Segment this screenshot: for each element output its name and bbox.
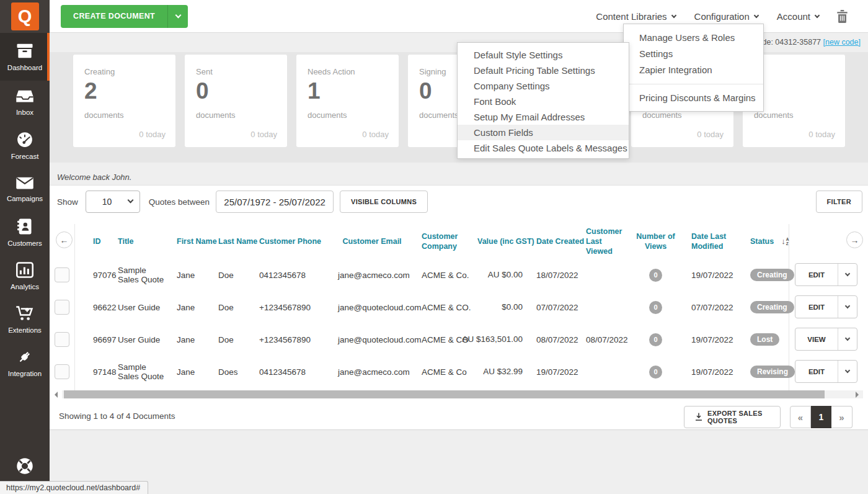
- row-action-caret[interactable]: [838, 361, 857, 382]
- row-action-button[interactable]: VIEW: [795, 328, 857, 351]
- card-unit: documents: [419, 110, 459, 120]
- chevron-down-icon: [175, 12, 181, 18]
- col-header-customer-last-viewed[interactable]: Customer Last Viewed: [586, 227, 629, 257]
- cell-date-created: 19/07/2022: [536, 367, 586, 377]
- col-header-date-last-modified[interactable]: Date Last Modified: [682, 231, 741, 252]
- sidebar-item-campaigns[interactable]: Campaigns: [0, 168, 50, 211]
- menu-item-font-book[interactable]: Font Book: [458, 94, 629, 109]
- menu-item-company-settings[interactable]: Company Settings: [458, 78, 629, 94]
- sidebar-item-extentions[interactable]: Extentions: [0, 298, 50, 341]
- row-action-caret[interactable]: [838, 328, 857, 350]
- scroll-columns-back-button[interactable]: ←: [56, 231, 73, 248]
- cell-phone: 0412345678: [259, 367, 322, 377]
- filter-button[interactable]: FILTER: [816, 191, 862, 213]
- arrow-left-icon: ←: [60, 235, 69, 245]
- row-action-label: EDIT: [795, 296, 838, 318]
- sidebar-item-forecast[interactable]: Forecast: [0, 124, 50, 168]
- sort-az-icon[interactable]: ↓ AZ: [781, 236, 789, 247]
- export-label: EXPORT SALES QUOTES: [707, 410, 769, 424]
- pagination-prev-button[interactable]: «: [790, 406, 811, 428]
- col-header-date-created[interactable]: Date Created: [536, 236, 586, 246]
- status-badge: Lost: [750, 333, 779, 346]
- inbox-icon: [16, 89, 34, 106]
- sidebar-item-analytics[interactable]: Analytics: [0, 254, 50, 298]
- pagination-next-button[interactable]: »: [831, 406, 852, 428]
- app: Q Dashboard Inbox Forecast Campaigns Cus…: [0, 0, 868, 494]
- row-action-caret[interactable]: [838, 264, 857, 285]
- menu-item-setup-my-email-addresses[interactable]: Setup My Email Addresses: [458, 109, 629, 125]
- nav-content-libraries[interactable]: Content Libraries: [596, 11, 675, 22]
- create-document-caret[interactable]: [167, 5, 188, 28]
- show-select-value: 10: [102, 197, 112, 207]
- new-code-link[interactable]: [new code]: [823, 38, 861, 47]
- menu-item-settings[interactable]: Settings: [624, 46, 763, 62]
- horizontal-scrollbar-thumb[interactable]: [64, 390, 825, 398]
- menu-item-default-style-settings[interactable]: Default Style Settings: [458, 47, 629, 63]
- card-unit: documents: [642, 110, 682, 120]
- scrollbar-left-arrow[interactable]: [55, 392, 58, 398]
- menu-item-edit-sales-quote-labels-messages[interactable]: Edit Sales Quote Labels & Messages: [458, 140, 629, 156]
- stat-card-creating[interactable]: Creating 2 documents 0 today: [73, 55, 175, 147]
- show-select[interactable]: 10: [86, 191, 140, 213]
- menu-item-pricing-discounts-margins[interactable]: Pricing Discounts & Margins: [624, 90, 763, 106]
- cell-company: ACME & Co.: [422, 271, 477, 280]
- visible-columns-button[interactable]: VISIBLE COLUMNS: [340, 191, 428, 213]
- row-action-button[interactable]: EDIT: [795, 263, 857, 286]
- date-range-input[interactable]: [216, 191, 334, 213]
- cell-customer-last-viewed: 08/07/2022: [586, 335, 629, 344]
- row-action-button[interactable]: EDIT: [795, 360, 857, 383]
- nav-configuration[interactable]: Configuration: [694, 11, 758, 22]
- logo-letter: Q: [18, 6, 32, 27]
- configuration-menu: Manage Users & Roles Settings Zapier Int…: [623, 24, 764, 112]
- col-header-customer-company[interactable]: Customer Company: [422, 231, 477, 252]
- sidebar-item-integration[interactable]: Integration: [0, 341, 50, 385]
- cell-views: 0: [629, 366, 682, 379]
- card-count: 1: [308, 78, 321, 104]
- scroll-columns-forward-button[interactable]: →: [846, 231, 863, 248]
- sidebar-item-customers[interactable]: Customers: [0, 211, 50, 254]
- menu-item-zapier-integration[interactable]: Zapier Integration: [624, 62, 763, 78]
- col-header-last-name[interactable]: Last Name: [218, 236, 259, 246]
- sidebar-item-inbox[interactable]: Inbox: [0, 81, 50, 124]
- card-count: 0: [419, 78, 432, 104]
- cell-first-name: Jane: [177, 303, 218, 312]
- row-action-caret[interactable]: [838, 296, 857, 318]
- create-document-label: CREATE DOCUMENT: [73, 12, 155, 20]
- col-header-number-of-views[interactable]: Number of Views: [629, 231, 682, 252]
- menu-item-custom-fields[interactable]: Custom Fields: [458, 125, 629, 140]
- card-unit: documents: [196, 110, 236, 120]
- row-checkbox[interactable]: [55, 300, 69, 315]
- row-checkbox[interactable]: [55, 364, 69, 379]
- documents-panel: Show 10 Quotes between VISIBLE COLUMNS F…: [50, 185, 868, 430]
- col-header-id[interactable]: ID: [93, 236, 118, 246]
- col-header-customer-phone[interactable]: Customer Phone: [259, 236, 322, 246]
- horizontal-scrollbar-track[interactable]: [62, 390, 863, 398]
- stat-card-needs-action[interactable]: Needs Action 1 documents 0 today: [296, 55, 399, 147]
- col-header-status[interactable]: Status ↓ AZ: [741, 236, 789, 247]
- col-header-value[interactable]: Value (inc GST): [477, 236, 536, 246]
- card-today: 0 today: [697, 130, 724, 139]
- col-header-customer-email[interactable]: Customer Email: [322, 236, 422, 246]
- life-ring-icon: [16, 457, 33, 477]
- col-header-title[interactable]: Title: [118, 236, 177, 246]
- stat-card-sent[interactable]: Sent 0 documents 0 today: [185, 55, 287, 147]
- trash-icon[interactable]: [836, 10, 848, 23]
- create-document-button[interactable]: CREATE DOCUMENT: [61, 5, 188, 28]
- pagination-page-1[interactable]: 1: [811, 406, 831, 428]
- nav-label: Content Libraries: [596, 11, 666, 22]
- quotecloud-logo[interactable]: Q: [11, 2, 39, 30]
- row-action-button[interactable]: EDIT: [795, 295, 857, 318]
- sidebar-item-label: Forecast: [11, 153, 39, 160]
- nav-account[interactable]: Account: [777, 11, 819, 22]
- cell-status: Creating: [741, 301, 789, 313]
- menu-item-default-pricing-table-settings[interactable]: Default Pricing Table Settings: [458, 63, 629, 78]
- col-header-first-name[interactable]: First Name: [177, 236, 218, 246]
- chevron-down-icon: [754, 12, 759, 17]
- row-checkbox[interactable]: [55, 332, 69, 347]
- row-checkbox[interactable]: [55, 267, 69, 282]
- export-sales-quotes-button[interactable]: EXPORT SALES QUOTES: [684, 406, 781, 428]
- scrollbar-right-arrow[interactable]: [856, 392, 859, 398]
- sidebar-item-dashboard[interactable]: Dashboard: [0, 33, 50, 81]
- views-badge: 0: [649, 269, 662, 282]
- menu-item-manage-users-roles[interactable]: Manage Users & Roles: [624, 30, 763, 46]
